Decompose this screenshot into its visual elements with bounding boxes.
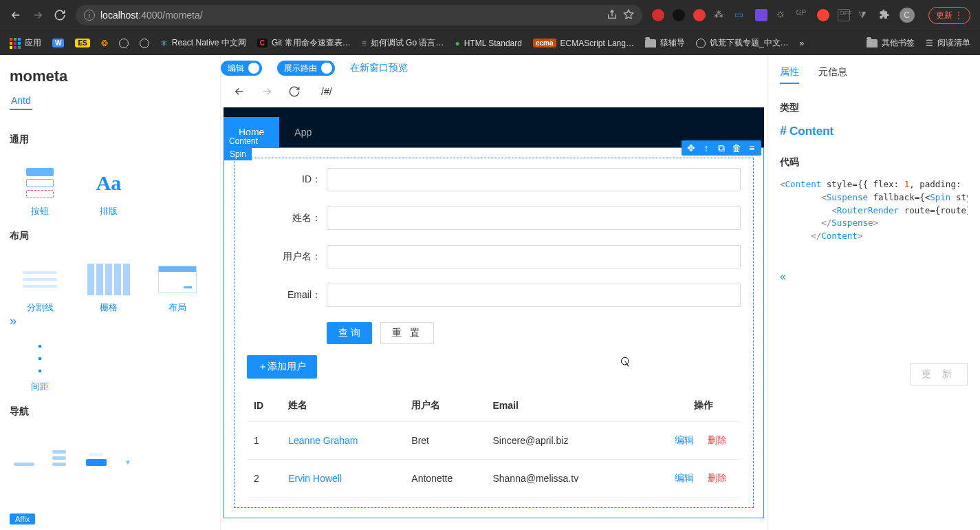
extensions-icon[interactable] (879, 9, 891, 21)
ext-icon-3[interactable] (693, 9, 706, 21)
delete-icon[interactable]: 🗑 (731, 142, 742, 153)
bookmark-item[interactable]: ≡如何调试 Go 语言… (362, 37, 444, 49)
code-label: 代码 (780, 156, 968, 169)
ext-icon-5[interactable]: ▭ (734, 9, 747, 21)
address-bar[interactable]: i localhost:4000/mometa/ (76, 5, 642, 25)
row-edit[interactable]: 编辑 (675, 434, 694, 445)
bookmark-item[interactable]: 猿辅导 (645, 37, 685, 49)
bookmark-item[interactable] (119, 39, 129, 48)
ext-icon-8[interactable]: GP (796, 9, 809, 21)
col-username: 用户名 (404, 390, 486, 422)
user-name-link[interactable]: Ervin Howell (288, 473, 342, 484)
bookmarks-overflow[interactable]: » (800, 39, 805, 48)
browser-chrome: i localhost:4000/mometa/ ⁂ ▭ ⛭ GP OFF ⧩ … (0, 0, 980, 55)
add-user-button[interactable]: ＋添加用户 (247, 355, 317, 379)
preview-forward-icon[interactable] (261, 85, 273, 98)
reading-list[interactable]: ☰阅读清单 (926, 37, 970, 49)
back-icon[interactable] (10, 9, 22, 21)
ext-icon-6[interactable] (755, 9, 767, 21)
label-name: 姓名： (247, 212, 327, 224)
main-area: 编辑 展示路由 在新窗口预览 /#/ Content Home App ✥ ↑ … (220, 55, 767, 530)
share-icon[interactable] (607, 9, 618, 22)
bookmark-item[interactable]: ecmaECMAScript Lang… (533, 39, 634, 48)
app-header: Content Home App ✥ ↑ ⧉ 🗑 ≡ (224, 107, 764, 147)
type-label: 类型 (780, 102, 968, 114)
input-email[interactable] (327, 284, 741, 307)
edit-switch[interactable]: 编辑 (221, 61, 262, 76)
reload-icon[interactable] (54, 9, 66, 21)
affix-tag[interactable]: Affix (10, 513, 35, 524)
lib-tab-antd[interactable]: Antd (10, 92, 32, 110)
palette-nav-1[interactable] (6, 425, 74, 466)
palette-button[interactable]: 按钮 (6, 153, 74, 218)
ext-icon-7[interactable]: ⛭ (776, 9, 788, 21)
collapse-icon[interactable]: « (780, 271, 968, 283)
bookmark-item[interactable]: W (52, 39, 64, 47)
bookmark-item[interactable]: ES (75, 39, 89, 47)
user-name-link[interactable]: Leanne Graham (288, 435, 358, 446)
ext-icon-2[interactable] (673, 9, 685, 21)
label-username: 用户名： (247, 251, 327, 263)
tab-app[interactable]: App (279, 117, 327, 147)
other-bookmarks[interactable]: 其他书签 (867, 37, 915, 49)
query-button[interactable]: 查 询 (327, 322, 372, 344)
ext-icon-9[interactable] (817, 9, 829, 21)
preview-address: /#/ (321, 86, 332, 97)
palette-typography[interactable]: Aa 排版 (74, 153, 143, 218)
browser-update-button[interactable]: 更新 ⋮ (928, 7, 970, 24)
move-icon[interactable]: ✥ (686, 142, 697, 153)
table-row: 1 Leanne Graham Bret Sincere@april.biz 编… (247, 422, 741, 460)
users-table: ID 姓名 用户名 Email 操作 1 Leanne Graham Bret (247, 390, 741, 498)
site-info-icon[interactable]: i (84, 10, 95, 21)
input-username[interactable] (327, 245, 741, 268)
route-switch[interactable]: 展示路由 (277, 61, 335, 76)
palette-divider[interactable]: 分割线 (6, 249, 74, 314)
folder-icon (645, 39, 656, 47)
up-icon[interactable]: ↑ (701, 142, 712, 153)
code-block: <Content style={{ flex: 1, padding: '20p… (780, 178, 968, 243)
forward-icon[interactable] (32, 9, 44, 21)
url-text: localhost:4000/mometa/ (100, 10, 203, 21)
tab-props[interactable]: 属性 (780, 66, 799, 84)
bookmark-item[interactable]: ⚛React Native 中文网 (160, 37, 246, 49)
col-id: ID (247, 390, 281, 422)
apps-button[interactable]: 应用 (10, 37, 41, 49)
bookmark-item[interactable]: CGit 常用命令速查表… (257, 37, 351, 49)
selection-toolbar: ✥ ↑ ⧉ 🗑 ≡ (682, 140, 761, 156)
bookmarks-bar: 应用 W ES ❂ ⚛React Native 中文网 CGit 常用命令速查表… (0, 30, 980, 55)
bookmark-item[interactable] (140, 39, 149, 48)
input-id[interactable] (327, 168, 741, 191)
row-delete[interactable]: 删除 (708, 472, 727, 483)
row-delete[interactable]: 删除 (708, 434, 727, 445)
spin-label: Spin (224, 148, 252, 160)
open-new-window[interactable]: 在新窗口预览 (350, 62, 408, 74)
palette-nav-2[interactable]: ▼ (74, 425, 143, 466)
content-selection[interactable]: Spin ID： 姓名： 用户名： Email： 查 询 重 置 ＋添加用户 I… (224, 147, 764, 518)
tab-meta[interactable]: 元信息 (818, 66, 847, 84)
selection-label-content: Content (224, 135, 263, 147)
more-icon[interactable]: » (10, 314, 17, 328)
label-id: ID： (247, 173, 327, 186)
ext-icon-4[interactable]: ⁂ (714, 9, 726, 21)
ext-icon-1[interactable] (652, 9, 664, 21)
input-name[interactable] (327, 206, 741, 230)
reset-button[interactable]: 重 置 (380, 322, 434, 344)
bookmark-star-icon[interactable] (623, 9, 634, 22)
palette-space[interactable]: 间距 (6, 328, 74, 393)
group-layout: 布局 (10, 230, 210, 242)
bookmark-item[interactable]: ●HTML Standard (455, 39, 522, 48)
profile-avatar[interactable]: C (900, 8, 915, 23)
ext-icon-10[interactable]: OFF (838, 9, 850, 21)
menu-icon[interactable]: ≡ (746, 142, 757, 153)
app-title: mometa (10, 67, 210, 85)
palette-grid[interactable]: 栅格 (74, 249, 143, 314)
preview-reload-icon[interactable] (288, 85, 301, 98)
filter-icon[interactable]: ⧩ (858, 9, 871, 21)
preview-back-icon[interactable] (233, 85, 246, 98)
update-button[interactable]: 更 新 (910, 363, 968, 385)
bookmark-item[interactable]: ❂ (101, 39, 108, 48)
copy-icon[interactable]: ⧉ (716, 142, 727, 153)
bookmark-item[interactable]: 饥荒下载专题_中文… (696, 37, 789, 49)
palette-layout[interactable]: 布局 (143, 249, 212, 314)
row-edit[interactable]: 编辑 (675, 472, 694, 483)
